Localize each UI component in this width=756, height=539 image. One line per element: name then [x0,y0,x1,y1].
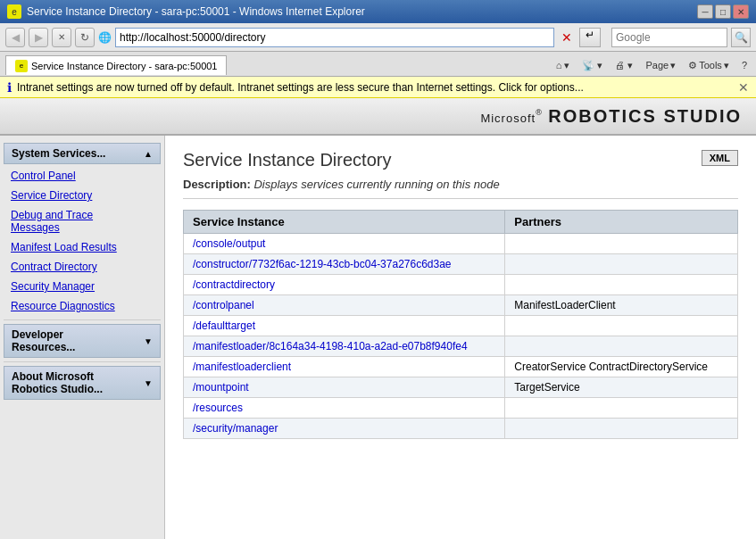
search-input[interactable] [611,28,727,47]
table-row: /mountpointTargetService [184,377,738,398]
partners-cell [505,419,738,439]
table-row: /console/output [184,234,738,254]
page-title: Service Instance Directory [183,150,391,170]
service-link[interactable]: /resources [193,402,243,414]
table-row: /defaulttarget [184,316,738,336]
developer-resources-header[interactable]: DeveloperResources... ▼ [4,324,161,358]
service-link[interactable]: /manifestloaderclient [193,361,291,373]
browser-tab[interactable]: e Service Instance Directory - sara-pc:5… [5,55,227,75]
main-layout: System Services... ▲ Control Panel Servi… [0,136,756,539]
stop-button[interactable]: ✕ [52,28,71,47]
notification-bar[interactable]: ℹ Intranet settings are now turned off b… [0,77,756,98]
about-label: About MicrosoftRobotics Studio... [12,370,103,395]
refresh-button[interactable]: ↻ [75,28,95,47]
sidebar-item-service-directory[interactable]: Service Directory [0,186,164,205]
service-link[interactable]: /controlpanel [193,299,254,311]
tools-button[interactable]: ⚙ Tools ▾ [685,58,733,73]
page-button[interactable]: Page ▾ [642,58,679,73]
service-instance-cell: /controlpanel [184,295,505,316]
rss-button[interactable]: 📡 ▾ [578,58,606,73]
tab-bar-right: ⌂ ▾ 📡 ▾ 🖨 ▾ Page ▾ ⚙ Tools ▾ ? [552,58,751,73]
address-input[interactable] [115,28,554,47]
sidebar-separator-1 [4,319,161,320]
service-link[interactable]: /contractdirectory [193,278,275,291]
service-instance-cell: /contractdirectory [184,275,505,295]
about-arrow: ▼ [144,378,153,388]
robotics-label: ROBOTICS STUDIO [548,106,742,126]
address-label: 🌐 [98,31,112,44]
partners-cell: TargetService [505,377,738,398]
notification-close-button[interactable]: ✕ [738,80,749,95]
description-label: Description: [183,178,253,191]
table-row: /contractdirectory [184,275,738,295]
col-service-instance: Service Instance [184,211,505,234]
table-row: /security/manager [184,419,738,439]
sidebar-item-debug-trace[interactable]: Debug and TraceMessages [0,205,164,237]
service-instance-cell: /console/output [184,234,505,254]
search-section: 🔍 [611,28,751,47]
sidebar-section-about: About MicrosoftRobotics Studio... ▼ [0,366,164,400]
xml-button[interactable]: XML [702,150,738,166]
sidebar-item-contract-directory[interactable]: Contract Directory [0,257,164,277]
sidebar-item-security-manager[interactable]: Security Manager [0,277,164,296]
sidebar-item-control-panel[interactable]: Control Panel [0,166,164,186]
service-link[interactable]: /console/output [193,237,265,250]
service-link[interactable]: /defaulttarget [193,319,255,332]
notification-content: ℹ Intranet settings are now turned off b… [7,80,584,95]
service-link[interactable]: /constructor/7732f6ac-1219-43cb-bc04-37a… [193,258,452,270]
address-clear-button[interactable]: ✕ [558,28,576,47]
go-button[interactable]: ↵ [579,28,601,47]
partners-cell [505,254,738,275]
window-title: Service Instance Directory - sara-pc:500… [27,5,365,18]
back-button[interactable]: ◀ [5,28,25,47]
table-row: /manifestloader/8c164a34-4198-410a-a2ad-… [184,336,738,357]
restore-button[interactable]: □ [715,4,731,19]
service-instance-cell: /manifestloaderclient [184,357,505,377]
content-header: Service Instance Directory XML [183,150,738,170]
table-row: /controlpanelManifestLoaderClient [184,295,738,316]
service-instance-cell: /security/manager [184,419,505,439]
service-instance-cell: /mountpoint [184,377,505,398]
developer-resources-arrow: ▼ [144,336,153,346]
microsoft-label: Microsoft [480,112,536,125]
system-services-header[interactable]: System Services... ▲ [4,143,161,164]
nav-bar: ◀ ▶ ✕ ↻ 🌐 ✕ ↵ 🔍 [0,23,756,52]
print-button[interactable]: 🖨 ▾ [611,58,636,73]
description: Description: Displays services currently… [183,178,738,199]
table-row: /resources [184,398,738,419]
service-link[interactable]: /security/manager [193,422,278,435]
about-header[interactable]: About MicrosoftRobotics Studio... ▼ [4,366,161,400]
service-instance-cell: /constructor/7732f6ac-1219-43cb-bc04-37a… [184,254,505,275]
search-go-button[interactable]: 🔍 [731,28,751,47]
table-header-row: Service Instance Partners [184,211,738,234]
tab-bar: e Service Instance Directory - sara-pc:5… [0,52,756,77]
brand-header: Microsoft® ROBOTICS STUDIO [0,98,756,136]
home-button[interactable]: ⌂ ▾ [552,58,574,73]
sidebar-separator-2 [4,361,161,362]
partners-cell [505,336,738,357]
service-instance-cell: /manifestloader/8c164a34-4198-410a-a2ad-… [184,336,505,357]
forward-button[interactable]: ▶ [29,28,48,47]
table-row: /manifestloaderclientCreatorService Cont… [184,357,738,377]
brand-text: Microsoft® ROBOTICS STUDIO [480,106,742,127]
service-link[interactable]: /manifestloader/8c164a34-4198-410a-a2ad-… [193,340,468,352]
content-area: Service Instance Directory XML Descripti… [165,136,756,539]
help-button[interactable]: ? [738,58,751,72]
service-link[interactable]: /mountpoint [193,381,249,394]
developer-resources-label: DeveloperResources... [12,328,75,353]
sidebar-section-developer: DeveloperResources... ▼ [0,324,164,358]
col-partners: Partners [505,211,738,234]
partners-cell [505,316,738,336]
partners-cell [505,398,738,419]
partners-cell: ManifestLoaderClient [505,295,738,316]
tab-label: Service Instance Directory - sara-pc:500… [31,61,217,71]
browser-icon: e [7,4,21,19]
partners-cell: CreatorService ContractDirectoryService [505,357,738,377]
minimize-button[interactable]: ─ [697,4,713,19]
sidebar-item-manifest-load[interactable]: Manifest Load Results [0,237,164,257]
sidebar: System Services... ▲ Control Panel Servi… [0,136,165,539]
sidebar-item-resource-diagnostics[interactable]: Resource Diagnostics [0,296,164,316]
address-bar: 🌐 ✕ ↵ [98,28,601,47]
close-window-button[interactable]: ✕ [733,4,749,19]
service-instance-cell: /defaulttarget [184,316,505,336]
